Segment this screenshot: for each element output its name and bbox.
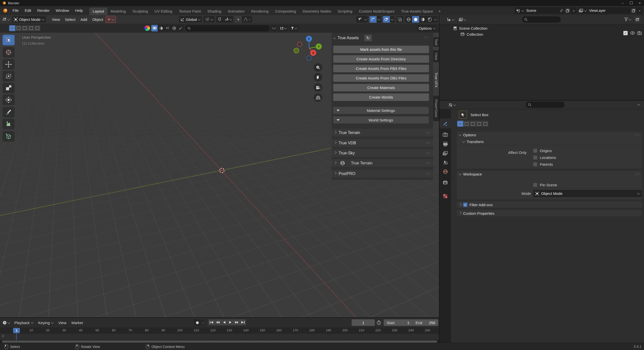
view-layer-name[interactable]: ViewLayer (588, 9, 629, 13)
asset-filter-particles-icon[interactable] (164, 25, 171, 31)
orthographic-grid-icon[interactable] (314, 93, 322, 102)
editor-type-3d-viewport-icon[interactable] (2, 17, 10, 21)
scene-dropdown-chevron-icon[interactable] (521, 9, 524, 12)
subpanel-material-settings[interactable]: Material Settings (333, 107, 429, 114)
panel-true-sky[interactable]: True-Sky∷∷ (332, 149, 433, 157)
workspace-tab-texture-paint[interactable]: Texture Paint (176, 8, 204, 15)
gizmo-chevron-icon[interactable] (363, 16, 368, 23)
select-mode-extend-icon[interactable] (15, 25, 22, 31)
select-mode-extend-icon[interactable] (463, 121, 470, 127)
view-layer-icon[interactable] (579, 9, 583, 13)
tool-cursor-button[interactable] (3, 47, 15, 58)
blender-menu-icon[interactable] (3, 8, 8, 13)
panel-grip-icon[interactable]: ∷∷ (635, 172, 640, 176)
collection-checkbox-icon[interactable]: ✓ (623, 31, 628, 35)
transform-subpanel-header[interactable]: Transform (457, 138, 642, 145)
panel-true-terrain[interactable]: True Terrain∷∷ (332, 129, 433, 137)
outliner-row-collection[interactable]: Collection (461, 31, 483, 37)
panel-postpro[interactable]: PostPRO∷∷ (332, 170, 433, 178)
select-mode-intersect-icon[interactable] (482, 121, 489, 127)
hide-in-viewport-eye-icon[interactable] (630, 31, 635, 35)
n-panel-tab-view[interactable]: View (433, 50, 439, 62)
current-frame-field[interactable]: 1 (352, 319, 375, 326)
workspace-tab-geometry-nodes[interactable]: Geometry Nodes (299, 8, 334, 15)
properties-tab-collection[interactable] (439, 178, 451, 188)
maximize-button[interactable] (627, 1, 635, 5)
editor-type-timeline-icon[interactable] (3, 321, 10, 325)
true-assets-header[interactable]: True Assets ↻ (334, 35, 372, 41)
menu-add[interactable]: Add (78, 17, 90, 22)
workspace-tab-sculpting[interactable]: Sculpting (129, 8, 151, 15)
properties-tab-texture[interactable] (439, 191, 451, 201)
true-vfx-menu-button[interactable] (106, 16, 116, 23)
new-scene-icon[interactable] (565, 8, 570, 13)
filter-addons-checkbox[interactable]: ✓ (463, 203, 467, 207)
current-frame-marker[interactable]: 1 (13, 328, 20, 333)
shading-solid-icon[interactable] (412, 16, 419, 23)
asset-search-field[interactable] (185, 25, 270, 31)
menu-playback[interactable]: Playback (12, 321, 36, 325)
button-mark-assets-from-this-file[interactable]: Mark assets from this file (333, 46, 429, 53)
asset-filter-screen-icon[interactable] (151, 25, 158, 31)
workspace-tab-true-assets-space[interactable]: True-Assets Space (398, 8, 436, 15)
menu-view[interactable]: View (49, 17, 62, 22)
view-layer-dropdown-chevron-icon[interactable] (584, 9, 587, 12)
menu-help[interactable]: Help (72, 6, 86, 15)
workspace-tab-modeling[interactable]: Modeling (107, 8, 129, 15)
menu-object[interactable]: Object (90, 17, 106, 22)
pin-scene-checkbox[interactable] (533, 183, 537, 187)
editor-type-properties-icon[interactable] (449, 103, 456, 107)
unlink-scene-icon[interactable]: × (572, 9, 576, 13)
snap-magnet-icon[interactable] (216, 16, 223, 23)
timeline-expand-chevron-icon[interactable] (1, 334, 4, 337)
panel-true-vdb[interactable]: True VDB∷∷ (332, 139, 433, 147)
end-frame-field[interactable]: End250 (413, 321, 438, 325)
button-create-assets-from-directory[interactable]: Create Assets From Directory (333, 55, 429, 63)
menu-render[interactable]: Render (34, 6, 53, 15)
remove-view-layer-icon[interactable]: × (638, 9, 641, 13)
jump-to-end-icon[interactable] (240, 319, 246, 325)
panel-grip-icon[interactable]: ∷∷ (424, 36, 428, 39)
jump-to-next-keyframe-icon[interactable] (233, 319, 240, 325)
disable-in-renders-camera-icon[interactable] (637, 31, 642, 35)
show-gizmo-icon[interactable] (356, 16, 363, 23)
asset-filter-material-icon[interactable] (158, 25, 164, 31)
record-auto-key-icon[interactable] (194, 319, 201, 326)
workspace-tab-compositing[interactable]: Compositing (272, 8, 299, 15)
select-mode-subtract-icon[interactable] (22, 25, 28, 31)
outliner-filter-icon[interactable] (624, 18, 631, 21)
navigation-gizmo[interactable]: Z Y X (292, 33, 327, 65)
select-mode-new-icon[interactable] (457, 121, 463, 127)
play-icon[interactable] (227, 319, 233, 325)
close-button[interactable]: × (635, 1, 644, 5)
tool-transform-button[interactable] (3, 95, 15, 105)
timeline-ruler[interactable]: 1 10203040506070809010011012013014015016… (0, 327, 439, 334)
timeline-tracks[interactable] (0, 334, 439, 340)
pan-hand-icon[interactable] (314, 73, 322, 81)
camera-view-icon[interactable] (314, 83, 322, 92)
asset-filter-world-icon[interactable] (171, 25, 177, 31)
zoom-icon[interactable] (314, 63, 322, 72)
select-mode-new-icon[interactable] (9, 25, 15, 31)
jump-to-start-icon[interactable] (208, 319, 215, 325)
shading-rendered-icon[interactable] (426, 16, 433, 23)
properties-tab-scene[interactable] (439, 157, 451, 167)
workspace-panel-header[interactable]: Workspace ∷∷ (457, 171, 642, 178)
scene-name[interactable]: Scene (525, 9, 558, 13)
tool-annotate-button[interactable] (3, 107, 15, 117)
properties-tab-render[interactable] (439, 129, 451, 140)
affect-only-locations-row[interactable]: Locations (533, 155, 556, 160)
menu-window[interactable]: Window (53, 6, 72, 15)
proportional-edit-icon[interactable] (235, 16, 242, 23)
panel-true-terrain[interactable]: True Terrain∷∷ (332, 159, 433, 167)
shading-wireframe-icon[interactable] (405, 16, 412, 23)
scene-icon[interactable] (516, 9, 520, 13)
menu-select[interactable]: Select (62, 17, 78, 22)
pivot-point-dropdown[interactable] (204, 16, 215, 23)
mode-dropdown[interactable]: Object Mode (12, 16, 46, 23)
menu-view[interactable]: View (56, 321, 69, 325)
affect-only-origins-row[interactable]: Origins (533, 149, 552, 153)
transform-orientation-dropdown[interactable]: Global (179, 16, 202, 23)
preview-range-stopwatch-icon[interactable] (376, 320, 381, 325)
menu-file[interactable]: File (10, 6, 22, 15)
